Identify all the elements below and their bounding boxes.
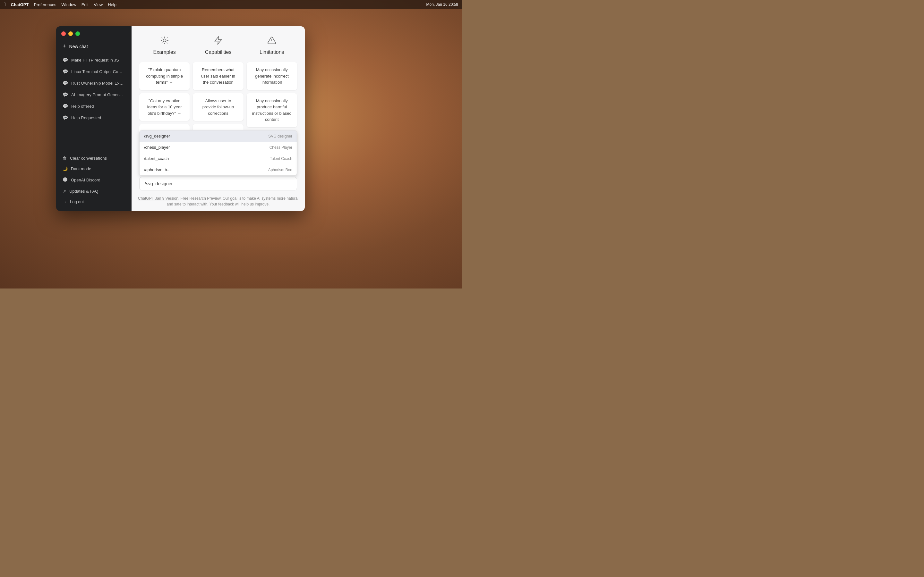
sidebar-item-label-4: Help offered [71,104,94,109]
capability-card-0: Remembers what user said earlier in the … [193,62,243,90]
footer-text: . Free Research Preview. Our goal is to … [167,196,298,206]
close-button[interactable] [61,31,66,36]
input-wrapper: /svg_designer SVG designer /chess_player… [139,177,297,190]
sun-icon [160,36,169,47]
examples-title: Examples [153,49,176,55]
example-card-1[interactable]: "Got any creative ideas for a 10 year ol… [139,93,190,121]
capability-card-1: Allows user to provide follow-up correct… [193,93,243,121]
menubar-time: Mon, Jan 16 20:58 [426,2,458,7]
limitations-column-header: Limitations [247,36,297,55]
new-chat-label: New chat [69,44,88,49]
moon-icon: 🌙 [63,166,68,171]
dark-mode-label: Dark mode [71,166,91,171]
footer: ChatGPT Jan 9 Version. Free Research Pre… [132,195,305,211]
svg-point-1 [163,39,166,42]
logout-button[interactable]: → Log out [59,197,129,207]
sidebar-item-label-3: AI Imagery Prompt Generator [71,92,125,97]
autocomplete-item-1[interactable]: /chess_player Chess Player [140,142,297,153]
sidebar-item-label-2: Rust Ownership Model Exam [71,81,125,85]
svg-line-6 [162,37,162,38]
limitation-card-0: May occasionally generate incorrect info… [247,62,297,90]
sidebar-item-rust[interactable]: 💬 Rust Ownership Model Exam [59,77,129,89]
svg-line-8 [162,43,162,43]
sidebar-item-linux[interactable]: 💬 Linux Terminal Output Comm [59,66,129,77]
clear-conversations-label: Clear conversations [70,156,107,161]
autocomplete-command-3: /aphorism_b... [144,167,170,172]
chat-icon-5: 💬 [63,115,68,120]
lightning-icon [214,36,223,47]
menubar-preferences[interactable]: Preferences [34,2,56,7]
warning-icon [267,36,276,47]
chat-icon-2: 💬 [63,81,68,85]
menubar:  ChatGPT Preferences Window Edit View H… [0,0,462,9]
apple-logo-icon:  [4,2,6,7]
sidebar: + New chat 💬 Make HTTP request in JS 💬 L… [56,26,132,211]
chat-icon-0: 💬 [63,57,68,63]
discord-icon [63,177,68,183]
menubar-left:  ChatGPT Preferences Window Edit View H… [4,2,116,7]
menubar-right: Mon, Jan 16 20:58 [426,2,458,7]
sidebar-divider [60,126,128,126]
new-chat-button[interactable]: + New chat [59,40,129,53]
clear-conversations-button[interactable]: 🗑 Clear conversations [59,153,129,163]
examples-column-header: Examples [139,36,190,55]
updates-label: Updates & FAQ [69,189,98,193]
autocomplete-command-1: /chess_player [144,145,170,150]
discord-button[interactable]: OpenAI Discord [59,174,129,186]
menubar-app-name[interactable]: ChatGPT [11,2,29,7]
updates-button[interactable]: ↗ Updates & FAQ [59,186,129,197]
logout-icon: → [63,199,67,204]
chat-icon-3: 💬 [63,92,68,97]
sidebar-item-help-requested[interactable]: 💬 Help Requested [59,112,129,123]
sidebar-item-help-offered[interactable]: 💬 Help offered [59,100,129,112]
autocomplete-desc-0: SVG designer [268,134,292,139]
chat-icon-1: 💬 [63,69,68,74]
columns-headers: Examples Capabilities [132,26,305,62]
sidebar-item-label-1: Linux Terminal Output Comm [71,69,125,74]
menubar-help[interactable]: Help [108,2,116,7]
svg-marker-10 [215,37,221,44]
menubar-edit[interactable]: Edit [81,2,89,7]
autocomplete-command-0: /svg_designer [144,134,170,139]
sidebar-item-ai-imagery[interactable]: 💬 AI Imagery Prompt Generator [59,89,129,100]
autocomplete-desc-3: Aphorism Boo [268,168,292,172]
svg-line-9 [166,37,167,38]
sidebar-bottom: 🗑 Clear conversations 🌙 Dark mode OpenAI… [59,153,129,207]
autocomplete-item-0[interactable]: /svg_designer SVG designer [140,131,297,142]
capabilities-column-header: Capabilities [193,36,243,55]
limitations-title: Limitations [260,49,284,55]
sidebar-item-label-5: Help Requested [71,115,101,120]
menubar-window[interactable]: Window [61,2,76,7]
svg-point-0 [63,177,67,181]
autocomplete-command-2: /talent_coach [144,156,169,161]
external-link-icon: ↗ [63,189,66,193]
svg-line-7 [166,43,167,43]
input-area: /svg_designer SVG designer /chess_player… [132,173,305,195]
capabilities-title: Capabilities [205,49,232,55]
maximize-button[interactable] [75,31,80,36]
autocomplete-desc-1: Chess Player [270,145,292,150]
menubar-view[interactable]: View [94,2,103,7]
autocomplete-item-2[interactable]: /talent_coach Talent Coach [140,153,297,164]
autocomplete-dropdown: /svg_designer SVG designer /chess_player… [139,130,297,176]
main-content: Examples Capabilities [132,26,305,211]
traffic-lights [59,30,129,40]
discord-label: OpenAI Discord [71,177,100,182]
autocomplete-desc-2: Talent Coach [270,156,292,161]
minimize-button[interactable] [68,31,73,36]
chat-icon-4: 💬 [63,103,68,109]
sidebar-item-label-0: Make HTTP request in JS [71,58,119,63]
app-window: + New chat 💬 Make HTTP request in JS 💬 L… [56,26,305,211]
example-card-0[interactable]: "Explain quantum computing in simple ter… [139,62,190,90]
chat-input[interactable] [139,177,297,190]
plus-icon: + [63,43,66,50]
footer-link[interactable]: ChatGPT Jan 9 Version [138,196,178,201]
sidebar-item-http[interactable]: 💬 Make HTTP request in JS [59,54,129,66]
autocomplete-item-3[interactable]: /aphorism_b... Aphorism Boo [140,164,297,175]
logout-label: Log out [70,199,84,204]
dark-mode-button[interactable]: 🌙 Dark mode [59,163,129,174]
limitation-card-1: May occasionally produce harmful instruc… [247,93,297,127]
trash-icon: 🗑 [63,156,67,161]
